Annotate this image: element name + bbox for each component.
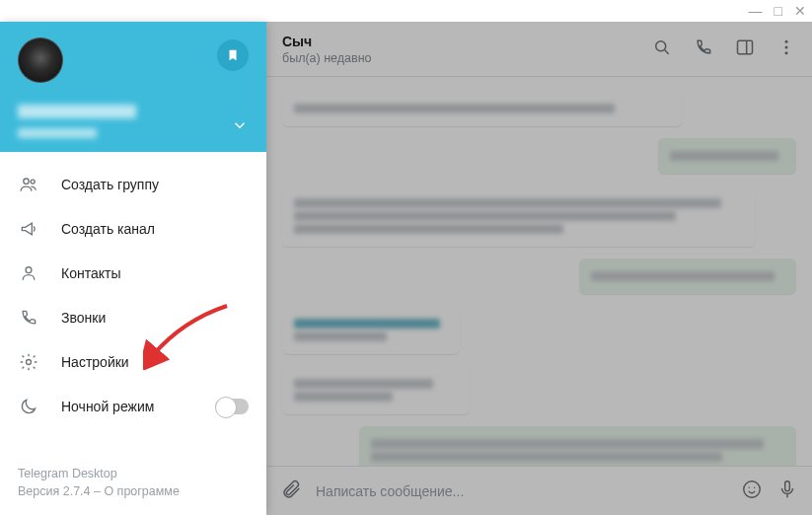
- main-menu-drawer: Создать группу Создать канал Контакты Зв…: [0, 22, 266, 515]
- svg-point-10: [785, 51, 788, 54]
- svg-point-9: [785, 45, 788, 48]
- message-composer: Написать сообщение...: [266, 466, 812, 515]
- group-icon: [18, 174, 39, 195]
- emoji-button[interactable]: [741, 478, 763, 504]
- menu-label: Создать группу: [61, 177, 159, 192]
- menu-contacts[interactable]: Контакты: [0, 251, 266, 295]
- window-titlebar: — □ ✕: [0, 0, 812, 22]
- svg-point-2: [26, 266, 32, 272]
- night-mode-toggle[interactable]: [215, 399, 249, 414]
- svg-line-5: [665, 49, 669, 53]
- message-bubble[interactable]: [282, 366, 470, 414]
- svg-point-12: [749, 486, 750, 487]
- menu-list: Создать группу Создать канал Контакты Зв…: [0, 152, 266, 453]
- svg-point-3: [27, 359, 32, 364]
- chat-header: Сыч был(а) недавно: [266, 22, 812, 77]
- saved-messages-button[interactable]: [217, 39, 249, 71]
- menu-label: Настройки: [61, 354, 129, 370]
- version-text: Версия 2.7.4 –: [18, 484, 104, 498]
- phone-icon: [694, 37, 713, 57]
- sidepanel-button[interactable]: [735, 37, 755, 61]
- person-icon: [18, 262, 39, 284]
- microphone-icon: [776, 478, 798, 500]
- bookmark-icon: [226, 48, 240, 62]
- svg-point-0: [24, 179, 29, 184]
- about-link[interactable]: О программе: [104, 484, 179, 498]
- chat-title[interactable]: Сыч: [282, 34, 372, 49]
- app-name: Telegram Desktop: [18, 465, 249, 483]
- svg-point-1: [31, 180, 35, 184]
- menu-label: Контакты: [61, 265, 120, 281]
- drawer-footer: Telegram Desktop Версия 2.7.4 – О програ…: [0, 453, 266, 516]
- message-bubble[interactable]: [282, 91, 683, 126]
- more-button[interactable]: [776, 37, 796, 61]
- message-list[interactable]: [266, 77, 812, 466]
- menu-create-group[interactable]: Создать группу: [0, 162, 266, 206]
- moon-icon: [18, 396, 39, 417]
- paperclip-icon: [280, 478, 302, 500]
- smile-icon: [741, 478, 763, 500]
- window-minimize-button[interactable]: —: [749, 4, 763, 18]
- svg-point-13: [754, 486, 755, 487]
- search-icon: [652, 37, 672, 57]
- message-bubble[interactable]: [282, 306, 460, 354]
- menu-label: Создать канал: [61, 221, 155, 237]
- menu-create-channel[interactable]: Создать канал: [0, 206, 266, 251]
- svg-rect-6: [738, 40, 753, 53]
- phone-icon: [18, 307, 39, 329]
- message-bubble[interactable]: [658, 138, 796, 174]
- svg-point-8: [785, 39, 788, 42]
- message-bubble[interactable]: [282, 185, 755, 247]
- panel-icon: [735, 37, 755, 57]
- profile-name-blurred: [18, 105, 136, 118]
- call-button[interactable]: [694, 37, 713, 61]
- attach-button[interactable]: [280, 478, 302, 504]
- voice-button[interactable]: [776, 478, 798, 504]
- accounts-expand-button[interactable]: [231, 116, 249, 138]
- user-avatar[interactable]: [18, 37, 63, 83]
- message-bubble[interactable]: [359, 426, 796, 466]
- chat-status: был(а) недавно: [282, 51, 372, 65]
- more-vertical-icon: [776, 37, 796, 57]
- chat-pane: Сыч был(а) недавно Написать сообщение: [266, 22, 812, 515]
- message-bubble[interactable]: [579, 258, 796, 294]
- megaphone-icon: [18, 218, 39, 240]
- search-button[interactable]: [652, 37, 672, 61]
- gear-icon: [18, 351, 39, 373]
- svg-point-11: [744, 480, 761, 497]
- window-close-button[interactable]: ✕: [794, 4, 806, 18]
- window-maximize-button[interactable]: □: [775, 4, 782, 18]
- menu-calls[interactable]: Звонки: [0, 295, 266, 339]
- profile-phone-blurred: [18, 128, 97, 138]
- menu-settings[interactable]: Настройки: [0, 339, 266, 384]
- message-input[interactable]: Написать сообщение...: [316, 483, 727, 499]
- profile-header: [0, 22, 266, 152]
- svg-point-4: [656, 40, 666, 50]
- menu-label: Ночной режим: [61, 399, 154, 414]
- menu-label: Звонки: [61, 310, 106, 326]
- svg-rect-14: [785, 480, 790, 490]
- menu-night-mode[interactable]: Ночной режим: [0, 384, 266, 428]
- chevron-down-icon: [231, 116, 249, 134]
